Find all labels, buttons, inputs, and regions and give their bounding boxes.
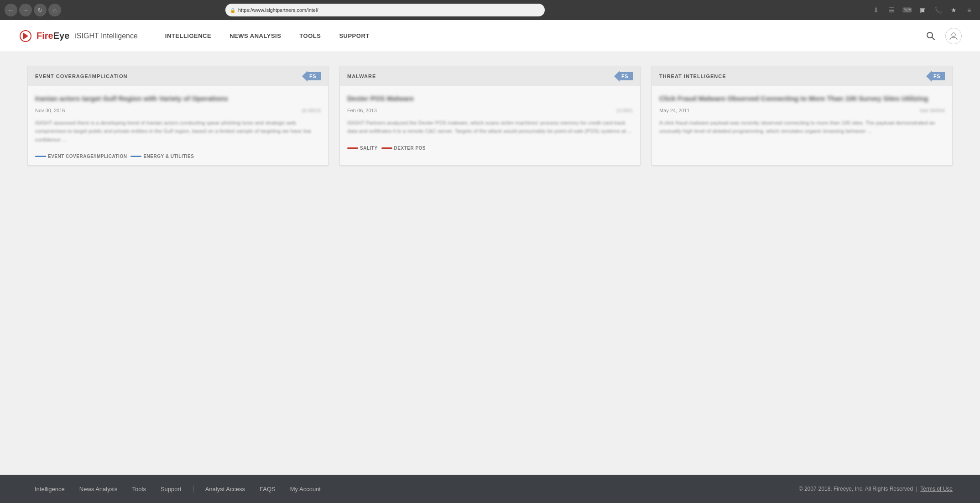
forward-button[interactable]: → (19, 4, 32, 16)
card-body-0: Iranian actors target Gulf Region with V… (28, 86, 328, 149)
card-meta-2: May 24, 2011Intel 384594 (659, 108, 945, 113)
tag-line-1-0 (347, 147, 358, 149)
browser-actions: ⇩ ☰ ⌨ ▣ 📞 ★ ≡ (870, 4, 975, 16)
card-badge-wrap-2: FS (926, 71, 945, 82)
tag-0-0: EVENT COVERAGE/IMPLICATION (35, 154, 127, 159)
back-button[interactable]: ← (5, 4, 17, 16)
pocket-button[interactable]: 📞 (932, 4, 944, 16)
user-icon (949, 31, 959, 41)
card-meta-0: Nov 30, 201616-00019 (35, 108, 321, 113)
tag-label-0-1: ENERGY & UTILITIES (143, 154, 194, 159)
card-title-2: Click Fraud Malware Observed Connecting … (659, 94, 945, 103)
card-header-1: MALWAREFS (340, 66, 640, 86)
logo-sub-text: iSIGHT Intelligence (75, 32, 138, 40)
card-date-0: Nov 30, 2016 (35, 108, 65, 113)
card-excerpt-1: iSIGHT Partners analyzed the Dexter POS … (347, 119, 633, 136)
card-tags-0: EVENT COVERAGE/IMPLICATIONENERGY & UTILI… (28, 149, 328, 165)
fireeye-logo-icon (18, 29, 33, 43)
card-category-1: MALWARE (347, 73, 376, 79)
tag-1-1: DEXTER POS (381, 146, 426, 151)
tag-line-0-0 (35, 156, 46, 157)
footer-extra-item-0[interactable]: Analyst Access (198, 486, 252, 493)
card-excerpt-2: A click fraud malware payload was recent… (659, 119, 945, 136)
nav-intelligence[interactable]: INTELLIGENCE (156, 21, 220, 50)
card-body-1: Dexter POS MalwareFeb 06, 201313-0001iSI… (340, 86, 640, 141)
nav-news-analysis[interactable]: NEWS ANALYSIS (220, 21, 290, 50)
tag-0-1: ENERGY & UTILITIES (130, 154, 194, 159)
footer-extra-item-1[interactable]: FAQS (252, 486, 283, 493)
main-content: EVENT COVERAGE/IMPLICATIONFSIranian acto… (0, 52, 980, 475)
svg-line-3 (932, 37, 934, 40)
card-title-1: Dexter POS Malware (347, 94, 633, 103)
terms-link[interactable]: Terms of Use (920, 486, 953, 492)
logo-fire-text: Fire (36, 31, 53, 41)
card-category-0: EVENT COVERAGE/IMPLICATION (35, 73, 127, 79)
card-id-1: 13-0001 (616, 108, 633, 113)
library-button[interactable]: ☰ (885, 4, 898, 16)
footer-nav: IntelligenceNews AnalysisToolsSupport|An… (27, 485, 328, 493)
nav-tools[interactable]: TOOLS (290, 21, 330, 50)
logo-area: FireEye iSIGHT Intelligence (18, 29, 138, 43)
card-excerpt-0: iSIGHT assessed there is a developing tr… (35, 119, 321, 144)
card-title-0: Iranian actors target Gulf Region with V… (35, 94, 321, 103)
card-id-2: Intel 384594 (920, 108, 945, 113)
main-nav: INTELLIGENCE NEWS ANALYSIS TOOLS SUPPORT (156, 21, 923, 50)
logo-brand: FireEye (36, 31, 69, 41)
tag-line-0-1 (130, 156, 141, 157)
logo-eye-text: Eye (53, 31, 70, 41)
tag-1-0: SALITY (347, 146, 378, 151)
card-category-2: THREAT INTELLIGENCE (659, 73, 726, 79)
bookmark-button[interactable]: ★ (947, 4, 960, 16)
tag-line-1-1 (381, 147, 392, 149)
card-2[interactable]: THREAT INTELLIGENCEFSClick Fraud Malware… (652, 66, 953, 166)
badge-text-1: FS (620, 72, 633, 80)
user-avatar[interactable] (945, 28, 962, 44)
card-badge-wrap-0: FS (302, 71, 321, 82)
reload-button[interactable]: ↻ (34, 4, 47, 16)
svg-point-4 (952, 33, 955, 37)
browser-nav-buttons: ← → ↻ ⌂ (5, 4, 61, 16)
card-tags-2 (652, 141, 952, 152)
svg-point-2 (927, 32, 933, 38)
card-1[interactable]: MALWAREFSDexter POS MalwareFeb 06, 20131… (339, 66, 641, 166)
address-text: https://www.isightpartners.com/intel/ (238, 7, 318, 13)
card-tags-1: SALITYDEXTER POS (340, 141, 640, 157)
badge-text-2: FS (932, 72, 945, 80)
lock-icon: 🔒 (230, 8, 235, 13)
search-button[interactable] (923, 29, 938, 43)
tag-label-1-1: DEXTER POS (394, 146, 426, 151)
card-badge-wrap-1: FS (614, 71, 633, 82)
nav-support[interactable]: SUPPORT (330, 21, 378, 50)
badge-arrow-1 (614, 71, 620, 82)
footer-separator: | (189, 485, 198, 493)
home-button[interactable]: ⌂ (48, 4, 61, 16)
footer-nav-item-2[interactable]: Tools (125, 486, 153, 493)
card-0[interactable]: EVENT COVERAGE/IMPLICATIONFSIranian acto… (27, 66, 328, 166)
more-button[interactable]: ≡ (963, 4, 975, 16)
badge-arrow-2 (926, 71, 932, 82)
browser-chrome: ← → ↻ ⌂ 🔒 https://www.isightpartners.com… (0, 0, 980, 20)
footer-nav-item-0[interactable]: Intelligence (27, 486, 72, 493)
tag-label-1-0: SALITY (360, 146, 378, 151)
card-id-0: 16-00019 (302, 108, 321, 113)
sidebar-button[interactable]: ⌨ (901, 4, 913, 16)
footer-nav-item-1[interactable]: News Analysis (72, 486, 125, 493)
badge-arrow-0 (302, 71, 308, 82)
extensions-button[interactable]: ▣ (916, 4, 929, 16)
address-bar[interactable]: 🔒 https://www.isightpartners.com/intel/ (225, 4, 545, 16)
footer-extra-item-2[interactable]: My Account (283, 486, 328, 493)
cards-grid: EVENT COVERAGE/IMPLICATIONFSIranian acto… (27, 66, 953, 166)
header-right (923, 28, 962, 44)
svg-marker-1 (23, 32, 28, 40)
site-header: FireEye iSIGHT Intelligence INTELLIGENCE… (0, 20, 980, 52)
footer-nav-item-3[interactable]: Support (153, 486, 189, 493)
site-footer: IntelligenceNews AnalysisToolsSupport|An… (0, 475, 980, 503)
card-meta-1: Feb 06, 201313-0001 (347, 108, 633, 113)
card-date-2: May 24, 2011 (659, 108, 690, 113)
tag-label-0-0: EVENT COVERAGE/IMPLICATION (48, 154, 127, 159)
card-date-1: Feb 06, 2013 (347, 108, 377, 113)
download-button[interactable]: ⇩ (870, 4, 882, 16)
card-header-2: THREAT INTELLIGENCEFS (652, 66, 952, 86)
footer-copyright: © 2007-2018, Fireeye, Inc. All Rights Re… (799, 486, 953, 492)
card-body-2: Click Fraud Malware Observed Connecting … (652, 86, 952, 141)
